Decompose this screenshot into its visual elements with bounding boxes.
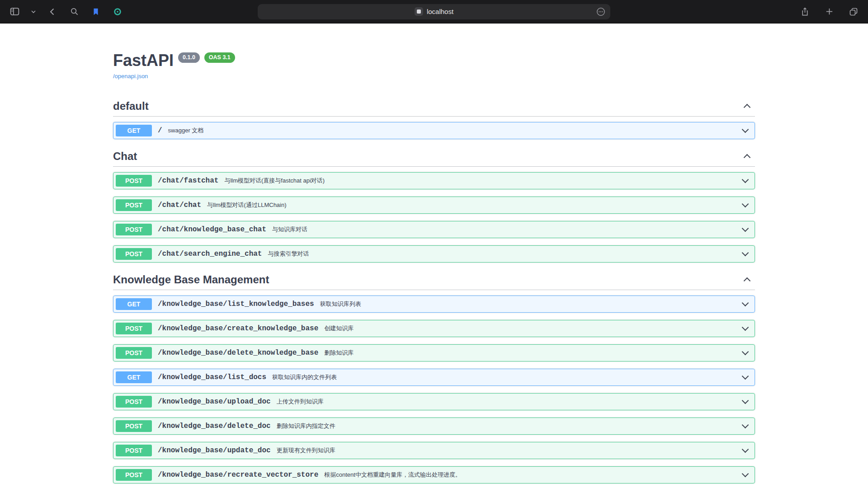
method-badge: GET [116,125,152,136]
method-badge: POST [116,224,152,235]
section-header[interactable]: Chat [113,146,755,167]
tabs-icon [849,7,859,17]
chevron-down-icon [742,397,749,404]
operation-row[interactable]: POST/chat/fastchat与llm模型对话(直接与fastchat a… [113,172,755,189]
api-section: defaultGET/swagger 文档 [113,96,755,139]
page-content: FastAPI 0.1.0 OAS 3.1 /openapi.json defa… [0,23,868,488]
operation-row[interactable]: GET/knowledge_base/list_knowledge_bases获… [113,296,755,313]
chevron-down-icon [742,373,749,380]
expand-operation-button[interactable] [743,303,748,305]
sidebar-toggle-button[interactable] [8,5,21,18]
operation-path: / [158,127,162,135]
plus-icon [825,7,834,16]
operation-row[interactable]: POST/chat/knowledge_base_chat与知识库对话 [113,221,755,238]
swagger-ui: FastAPI 0.1.0 OAS 3.1 /openapi.json defa… [104,23,764,483]
section-title: Knowledge Base Management [113,273,269,286]
method-badge: GET [116,298,152,310]
method-badge: POST [116,420,152,432]
share-button[interactable] [798,5,811,18]
page-options-button[interactable] [594,5,607,18]
operations-list: GET/knowledge_base/list_knowledge_bases获… [113,290,755,483]
operation-row[interactable]: POST/knowledge_base/create_knowledge_bas… [113,320,755,337]
api-section: ChatPOST/chat/fastchat与llm模型对话(直接与fastch… [113,146,755,263]
operation-path: /chat/chat [158,201,201,209]
operation-description: 上传文件到知识库 [277,398,324,406]
chevron-down-icon [742,348,749,356]
api-section: Knowledge Base ManagementGET/knowledge_b… [113,270,755,483]
api-info: FastAPI 0.1.0 OAS 3.1 /openapi.json [113,51,755,80]
expand-operation-button[interactable] [743,327,748,330]
collapse-section-button[interactable] [745,276,750,283]
section-title: default [113,99,149,113]
operation-row[interactable]: POST/knowledge_base/update_doc更新现有文件到知识库 [113,442,755,459]
browser-toolbar: localhost [0,0,868,23]
method-badge: POST [116,445,152,456]
expand-operation-button[interactable] [743,376,748,379]
expand-operation-button[interactable] [743,474,748,476]
operations-list: POST/chat/fastchat与llm模型对话(直接与fastchat a… [113,167,755,263]
expand-operation-button[interactable] [743,253,748,255]
operation-row[interactable]: POST/knowledge_base/upload_doc上传文件到知识库 [113,393,755,410]
operation-path: /knowledge_base/delete_doc [158,422,271,430]
new-tab-button[interactable] [823,5,835,18]
operations-list: GET/swagger 文档 [113,117,755,139]
expand-operation-button[interactable] [743,425,748,427]
operation-path: /knowledge_base/upload_doc [158,398,271,406]
openapi-json-link[interactable]: /openapi.json [113,73,148,80]
collapse-section-button[interactable] [745,103,750,110]
method-badge: POST [116,347,152,359]
operation-path: /knowledge_base/recreate_vector_store [158,471,318,479]
search-button[interactable] [68,5,80,18]
chevron-up-icon [744,154,751,161]
back-button[interactable] [46,5,59,18]
chevron-down-icon [742,324,749,331]
method-badge: POST [116,396,152,408]
bookmark-extension-icon [91,7,100,16]
extension-button-2[interactable] [111,5,124,18]
expand-operation-button[interactable] [743,352,748,354]
share-icon [800,7,810,17]
version-badge: 0.1.0 [178,52,200,63]
expand-operation-button[interactable] [743,179,748,182]
back-chevron-icon [47,7,57,17]
operation-row[interactable]: POST/knowledge_base/recreate_vector_stor… [113,466,755,483]
chevron-down-icon [742,249,749,257]
operation-description: 与llm模型对话(通过LLMChain) [207,201,287,209]
expand-operation-button[interactable] [743,204,748,206]
section-header[interactable]: Knowledge Base Management [113,270,755,290]
operation-path: /chat/search_engine_chat [158,250,262,258]
operation-row[interactable]: POST/chat/search_engine_chat与搜索引擎对话 [113,245,755,263]
operation-row[interactable]: POST/knowledge_base/delete_knowledge_bas… [113,344,755,361]
expand-operation-button[interactable] [743,228,748,231]
sidebar-icon [9,6,20,17]
url-text: localhost [427,8,453,15]
address-bar[interactable]: localhost [258,4,610,19]
collapse-section-button[interactable] [745,153,750,160]
expand-operation-button[interactable] [743,400,748,403]
operation-row[interactable]: GET/swagger 文档 [113,122,755,139]
operation-description: swagger 文档 [168,127,204,135]
operation-row[interactable]: GET/knowledge_base/list_docs获取知识库内的文件列表 [113,369,755,386]
extension-button-1[interactable] [90,5,102,18]
tab-group-chevron-button[interactable] [30,5,37,18]
operation-row[interactable]: POST/chat/chat与llm模型对话(通过LLMChain) [113,197,755,214]
method-badge: POST [116,323,152,334]
tab-overview-button[interactable] [847,5,860,18]
api-title-text: FastAPI [113,51,174,70]
chevron-down-icon [742,470,749,478]
operation-path: /chat/fastchat [158,177,218,185]
chevron-down-icon [742,176,749,183]
operation-row[interactable]: POST/knowledge_base/delete_doc删除知识库内指定文件 [113,418,755,435]
operation-description: 删除知识库内指定文件 [277,422,335,430]
section-header[interactable]: default [113,96,755,117]
expand-operation-button[interactable] [743,129,748,132]
more-options-icon [596,7,606,17]
sections: defaultGET/swagger 文档ChatPOST/chat/fastc… [113,96,755,483]
operation-description: 删除知识库 [324,349,354,357]
operation-description: 获取知识库列表 [320,300,361,308]
operation-path: /knowledge_base/update_doc [158,446,271,455]
operation-description: 更新现有文件到知识库 [277,446,335,455]
expand-operation-button[interactable] [743,449,748,452]
operation-description: 与llm模型对话(直接与fastchat api对话) [224,177,325,185]
oas-badge: OAS 3.1 [204,52,235,63]
